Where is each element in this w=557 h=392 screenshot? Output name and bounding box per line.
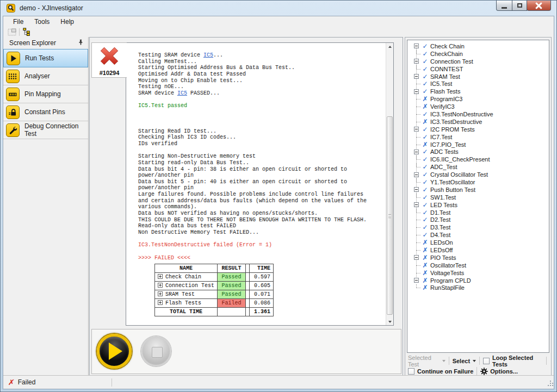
test-selected-check-icon[interactable]: ✓ — [421, 171, 429, 178]
scroll-down-icon[interactable] — [386, 318, 393, 325]
collapse-minus-icon[interactable] — [414, 278, 419, 283]
collapse-minus-icon[interactable] — [414, 127, 419, 132]
sidebar-item-debug-connection-test[interactable]: Debug Connection Test — [3, 121, 88, 139]
tree-item-d3-test[interactable]: ✓D3.Test — [411, 223, 549, 231]
test-deselected-cross-icon[interactable]: ✗ — [421, 284, 429, 291]
expand-plus-icon[interactable] — [158, 274, 163, 279]
device-link[interactable]: IC5 — [203, 52, 213, 58]
tree-item-ledson[interactable]: ✗LEDsOn — [411, 239, 549, 246]
test-selected-check-icon[interactable]: ✓ — [421, 43, 429, 49]
options-button[interactable]: Options... — [490, 368, 518, 375]
tree-item-check-chain[interactable]: ✓Check Chain — [411, 42, 549, 50]
test-selected-check-icon[interactable]: ✓ — [421, 73, 429, 80]
tree-item-ic3-testnondestructive[interactable]: ✓IC3.TestNonDestructive — [411, 110, 549, 118]
expand-plus-icon[interactable] — [158, 291, 163, 296]
tree-item-checkchain[interactable]: ✓CheckChain — [411, 50, 549, 58]
tree-item-pio-tests[interactable]: ✗PIO Tests — [411, 254, 549, 262]
collapse-minus-icon[interactable] — [414, 202, 419, 207]
test-selected-check-icon[interactable]: ✓ — [421, 111, 429, 117]
test-selected-check-icon[interactable]: ✓ — [421, 194, 429, 201]
test-selected-check-icon[interactable]: ✓ — [421, 156, 429, 163]
tree-item-i2c-prom-tests[interactable]: ✓I2C PROM Tests — [411, 126, 549, 133]
test-selected-check-icon[interactable]: ✓ — [421, 179, 429, 185]
test-deselected-cross-icon[interactable]: ✗ — [421, 270, 429, 276]
layout-window-icon[interactable] — [7, 28, 16, 36]
pin-icon[interactable] — [78, 39, 84, 47]
scroll-up-icon[interactable] — [386, 43, 393, 50]
collapse-minus-icon[interactable] — [414, 74, 419, 79]
tree-item-adc-test[interactable]: ✓ADC_Test — [411, 163, 549, 171]
collapse-minus-icon[interactable] — [414, 59, 419, 64]
test-selected-check-icon[interactable]: ✓ — [421, 134, 429, 140]
test-selected-check-icon[interactable]: ✓ — [421, 224, 429, 231]
menu-tools[interactable]: Tools — [29, 17, 55, 27]
tree-item-d1-test[interactable]: ✓D1.Test — [411, 209, 549, 216]
selected-test-dropdown[interactable]: Selected Test — [408, 354, 440, 368]
test-selected-check-icon[interactable]: ✓ — [421, 202, 429, 208]
test-deselected-cross-icon[interactable]: ✗ — [421, 103, 429, 110]
loop-selected-tests-checkbox[interactable] — [483, 358, 490, 364]
tree-item-push-button-test[interactable]: ✓Push Button Test — [411, 186, 549, 194]
test-selected-check-icon[interactable]: ✓ — [421, 80, 429, 87]
tree-item-ic5-test[interactable]: ✓IC5.Test — [411, 80, 549, 88]
tree-item-oscillatortest[interactable]: ✗OscillatorTest — [411, 262, 549, 269]
sidebar-item-analyser[interactable]: Analyser — [3, 67, 88, 85]
test-selected-check-icon[interactable]: ✓ — [421, 164, 429, 170]
menu-file[interactable]: File — [8, 17, 29, 27]
collapse-minus-icon[interactable] — [414, 150, 419, 154]
test-deselected-cross-icon[interactable]: ✗ — [421, 247, 429, 253]
menu-help[interactable]: Help — [55, 17, 79, 27]
select-dropdown[interactable]: Select — [453, 358, 470, 364]
test-deselected-cross-icon[interactable]: ✗ — [421, 141, 429, 148]
maximize-button[interactable] — [512, 1, 527, 11]
test-selected-check-icon[interactable]: ✓ — [421, 88, 429, 95]
tree-item-d2-test[interactable]: ✓D2.Test — [411, 216, 549, 223]
collapse-minus-icon[interactable] — [414, 187, 419, 192]
tree-item-crystal-oscillator-test[interactable]: ✓Crystal Oscillator Test — [411, 171, 549, 178]
tree-item-ic7-test[interactable]: ✓IC7.Test — [411, 133, 549, 141]
stop-tests-button[interactable] — [141, 336, 171, 366]
tree-item-d4-test[interactable]: ✓D4.Test — [411, 231, 549, 239]
tree-item-programic3[interactable]: ✗ProgramIC3 — [411, 95, 549, 103]
device-link[interactable]: IC5 — [177, 90, 187, 96]
minimize-button[interactable] — [496, 1, 512, 11]
expand-plus-icon[interactable] — [158, 283, 163, 288]
tree-item-sram-test[interactable]: ✓SRAM Test — [411, 73, 549, 80]
tree-item-program-cpld[interactable]: ✗Program CPLD — [411, 277, 549, 284]
tree-item-flash-tests[interactable]: ✓Flash Tests — [411, 88, 549, 95]
test-deselected-cross-icon[interactable]: ✗ — [421, 277, 429, 284]
tree-item-conntest[interactable]: ✓CONNTEST — [411, 65, 549, 73]
tree-item-adc-tests[interactable]: ✓ADC Tests — [411, 148, 549, 155]
log-scrollbar[interactable] — [386, 43, 393, 325]
sidebar-item-run-tests[interactable]: Run Tests — [3, 49, 88, 67]
test-selected-check-icon[interactable]: ✓ — [421, 66, 429, 72]
test-tree-icon[interactable] — [22, 28, 32, 36]
test-selected-check-icon[interactable]: ✓ — [421, 216, 429, 223]
expand-plus-icon[interactable] — [158, 300, 163, 305]
tree-item-led-tests[interactable]: ✓LED Tests — [411, 201, 549, 209]
test-deselected-cross-icon[interactable]: ✗ — [421, 239, 429, 246]
test-selected-check-icon[interactable]: ✓ — [421, 148, 429, 155]
resize-grip[interactable] — [546, 381, 552, 387]
tree-item-y1-testoscillator[interactable]: ✓Y1.TestOscillator — [411, 178, 549, 186]
test-deselected-cross-icon[interactable]: ✗ — [421, 262, 429, 269]
test-deselected-cross-icon[interactable]: ✗ — [421, 254, 429, 261]
test-deselected-cross-icon[interactable]: ✗ — [421, 119, 429, 125]
scrollbar-thumb[interactable] — [387, 116, 393, 315]
sidebar-item-pin-mapping[interactable]: Pin Mapping — [3, 85, 88, 103]
test-selected-check-icon[interactable]: ✓ — [421, 51, 429, 57]
tree-item-runstaplfile[interactable]: ✗RunStaplFile — [411, 284, 549, 292]
continue-on-failure-checkbox[interactable] — [408, 368, 414, 375]
run-tests-play-button[interactable] — [97, 334, 132, 369]
tree-item-connection-test[interactable]: ✓Connection Test — [411, 58, 549, 65]
tree-item-sw1-test[interactable]: ✓SW1.Test — [411, 194, 549, 201]
test-deselected-cross-icon[interactable]: ✗ — [421, 96, 429, 102]
sidebar-item-constant-pins[interactable]: Constant Pins — [3, 103, 88, 121]
test-selected-check-icon[interactable]: ✓ — [421, 186, 429, 193]
collapse-minus-icon[interactable] — [414, 172, 419, 177]
test-selected-check-icon[interactable]: ✓ — [421, 209, 429, 216]
collapse-minus-icon[interactable] — [414, 255, 419, 260]
close-button[interactable] — [527, 1, 551, 11]
tree-item-voltagetests[interactable]: ✗VoltageTests — [411, 269, 549, 277]
tree-item-ic6-iic-checkpresent[interactable]: ✓IC6.IIC_CheckPresent — [411, 155, 549, 163]
